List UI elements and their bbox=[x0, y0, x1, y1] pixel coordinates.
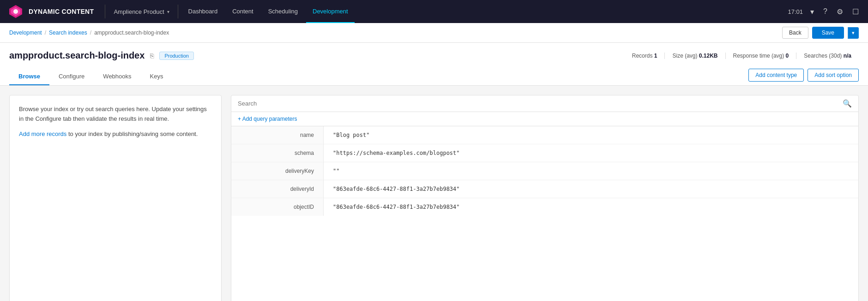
stat-searches-value: n/a bbox=[844, 53, 851, 59]
logo[interactable]: DYNAMIC CONTENT bbox=[7, 3, 94, 20]
stat-size-label: Size (avg) bbox=[672, 53, 699, 59]
stat-size-value: 0.12KB bbox=[699, 53, 718, 59]
stat-records: Records 1 bbox=[632, 53, 665, 59]
logo-text: DYNAMIC CONTENT bbox=[29, 8, 94, 15]
add-records-suffix: to your index by publishing/saving some … bbox=[66, 130, 198, 137]
browse-description: Browse your index or try out search quer… bbox=[19, 105, 212, 124]
page-stats: Records 1 Size (avg) 0.12KB Response tim… bbox=[632, 53, 859, 59]
table-row: deliveryId "863eafde-68c6-4427-88f1-3a27… bbox=[231, 180, 858, 198]
nav-right: 17:01 ▾ ? ⚙ ☐ bbox=[788, 6, 861, 18]
tab-actions: Add content type Add sort option bbox=[748, 69, 859, 85]
results-table: name "Blog post" schema "https://schema-… bbox=[231, 126, 858, 216]
save-button[interactable]: Save bbox=[812, 27, 844, 39]
result-value-schema: "https://schema-examples.com/blogpost" bbox=[324, 144, 858, 162]
result-key-deliverykey: deliveryKey bbox=[231, 162, 324, 180]
stat-size: Size (avg) 0.12KB bbox=[665, 53, 725, 59]
table-row: name "Blog post" bbox=[231, 126, 858, 144]
result-value-deliveryid: "863eafde-68c6-4427-88f1-3a27b7eb9834" bbox=[324, 180, 858, 198]
search-results-panel: 🔍 + Add query parameters name "Blog post… bbox=[231, 95, 859, 301]
add-content-type-button[interactable]: Add content type bbox=[748, 69, 804, 82]
main-content: Browse your index or try out search quer… bbox=[0, 86, 868, 301]
search-input[interactable] bbox=[238, 100, 839, 107]
table-row: objectID "863eafde-68c6-4427-88f1-3a27b7… bbox=[231, 198, 858, 216]
nav-item-dashboard[interactable]: Dashboard bbox=[182, 0, 224, 23]
copy-icon[interactable]: ⎘ bbox=[150, 52, 154, 59]
breadcrumb-actions: Back Save ▾ bbox=[782, 27, 859, 39]
tab-browse[interactable]: Browse bbox=[9, 68, 49, 85]
breadcrumb-current: ampproduct.search-blog-index bbox=[94, 30, 169, 36]
stat-searches: Searches (30d) n/a bbox=[796, 53, 859, 59]
back-button[interactable]: Back bbox=[782, 27, 808, 39]
breadcrumb-search-indexes[interactable]: Search indexes bbox=[49, 30, 87, 36]
breadcrumb: Development / Search indexes / ampproduc… bbox=[0, 23, 868, 43]
search-bar: 🔍 bbox=[231, 95, 858, 112]
save-more-button[interactable]: ▾ bbox=[848, 27, 859, 39]
stat-response-time: Response time (avg) 0 bbox=[726, 53, 797, 59]
result-key-name: name bbox=[231, 126, 324, 144]
nav-item-content[interactable]: Content bbox=[226, 0, 260, 23]
page-header: ampproduct.search-blog-index ⎘ Productio… bbox=[0, 43, 868, 86]
product-chevron-icon: ▾ bbox=[167, 9, 169, 14]
nav-divider bbox=[105, 5, 105, 18]
result-key-objectid: objectID bbox=[231, 198, 324, 216]
tab-configure[interactable]: Configure bbox=[49, 68, 94, 85]
add-more-records-link[interactable]: Add more records bbox=[19, 130, 66, 137]
table-row: deliveryKey "" bbox=[231, 162, 858, 180]
result-value-deliverykey: "" bbox=[324, 162, 858, 180]
current-time: 17:01 bbox=[788, 8, 803, 15]
add-query-params-link[interactable]: + Add query parameters bbox=[231, 112, 858, 126]
stat-records-label: Records bbox=[632, 53, 654, 59]
stat-records-value: 1 bbox=[654, 53, 657, 59]
top-navigation: DYNAMIC CONTENT Amplience Product ▾ Dash… bbox=[0, 0, 868, 23]
product-selector[interactable]: Amplience Product ▾ bbox=[109, 6, 174, 18]
result-value-objectid: "863eafde-68c6-4427-88f1-3a27b7eb9834" bbox=[324, 198, 858, 216]
browse-add-records-text: Add more records to your index by publis… bbox=[19, 130, 212, 139]
stat-response-label: Response time (avg) bbox=[733, 53, 786, 59]
settings-icon[interactable]: ⚙ bbox=[835, 6, 845, 18]
breadcrumb-sep-2: / bbox=[90, 30, 91, 36]
result-value-name: "Blog post" bbox=[324, 126, 858, 144]
tab-webhooks[interactable]: Webhooks bbox=[94, 68, 140, 85]
breadcrumb-development[interactable]: Development bbox=[9, 30, 42, 36]
browse-info-panel: Browse your index or try out search quer… bbox=[9, 95, 222, 301]
result-key-schema: schema bbox=[231, 144, 324, 162]
svg-point-2 bbox=[13, 9, 18, 14]
nav-items: Dashboard Content Scheduling Development bbox=[182, 0, 788, 23]
table-row: schema "https://schema-examples.com/blog… bbox=[231, 144, 858, 162]
search-icon: 🔍 bbox=[843, 99, 852, 108]
product-name: Amplience Product bbox=[114, 8, 164, 15]
help-icon[interactable]: ? bbox=[821, 6, 829, 18]
production-badge: Production bbox=[159, 52, 194, 60]
page-title: ampproduct.search-blog-index bbox=[9, 50, 145, 61]
nav-item-development[interactable]: Development bbox=[306, 0, 355, 23]
tab-keys[interactable]: Keys bbox=[141, 68, 173, 85]
add-sort-option-button[interactable]: Add sort option bbox=[808, 69, 859, 82]
page-title-row: ampproduct.search-blog-index ⎘ Productio… bbox=[9, 50, 859, 61]
chevron-down-icon[interactable]: ▾ bbox=[808, 6, 816, 18]
nav-item-scheduling[interactable]: Scheduling bbox=[262, 0, 304, 23]
tabs-row: Browse Configure Webhooks Keys Add conte… bbox=[9, 68, 859, 85]
breadcrumb-sep-1: / bbox=[45, 30, 46, 36]
account-icon[interactable]: ☐ bbox=[850, 6, 861, 18]
nav-divider-2 bbox=[178, 5, 178, 18]
stat-searches-label: Searches (30d) bbox=[804, 53, 843, 59]
result-key-deliveryid: deliveryId bbox=[231, 180, 324, 198]
stat-response-value: 0 bbox=[786, 53, 789, 59]
